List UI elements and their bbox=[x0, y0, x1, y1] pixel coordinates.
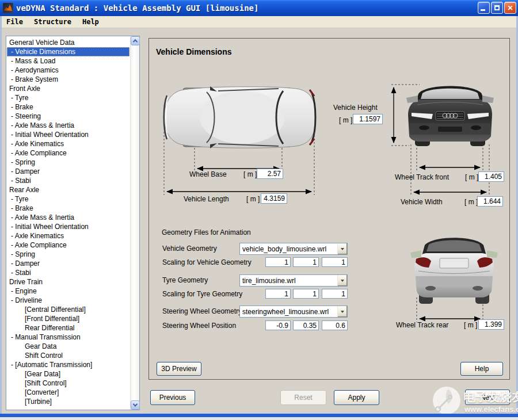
vehicle-geometry-dropdown[interactable]: vehicle_body_limousine.wrl bbox=[239, 243, 348, 255]
previous-button[interactable]: Previous bbox=[150, 390, 195, 405]
minimize-button[interactable] bbox=[478, 2, 490, 14]
list-item[interactable]: [Gear Data] bbox=[7, 369, 130, 379]
steering-position-label: Steering Wheel Position bbox=[162, 322, 236, 330]
tyre-geometry-dropdown[interactable]: tire_limousine.wrl bbox=[239, 274, 348, 287]
vehicle-scaling-x-input[interactable] bbox=[265, 257, 291, 267]
help-button[interactable]: Help bbox=[460, 362, 503, 376]
vehicle-scaling-y-input[interactable] bbox=[293, 257, 319, 267]
wheel-base-label: Wheel Base bbox=[189, 170, 227, 178]
maximize-icon bbox=[494, 5, 500, 10]
list-item[interactable]: - Initial Wheel Orientation bbox=[7, 222, 130, 231]
tyre-scaling-x-input[interactable] bbox=[265, 289, 291, 299]
preview-3d-button[interactable]: 3D Preview bbox=[157, 362, 201, 376]
vehicle-width-input[interactable] bbox=[477, 196, 503, 207]
list-item[interactable]: Front Axle bbox=[7, 84, 130, 93]
scrollbar[interactable] bbox=[130, 36, 139, 410]
wheel-track-front-input[interactable] bbox=[478, 171, 504, 182]
list-item[interactable]: - Steering bbox=[7, 112, 130, 121]
list-item[interactable]: - Aerodynamics bbox=[7, 66, 130, 75]
close-button[interactable]: ✕ bbox=[504, 2, 516, 14]
list-item[interactable]: Shift Control bbox=[7, 351, 130, 360]
list-item[interactable]: - Brake bbox=[7, 102, 130, 112]
list-item[interactable]: - Manual Transmission bbox=[7, 333, 130, 342]
list-item[interactable]: - Tyre bbox=[7, 194, 130, 204]
vehicle-height-label: Vehicle Height bbox=[333, 104, 378, 112]
menu-structure[interactable]: Structure bbox=[32, 17, 73, 26]
steering-position-z-input[interactable] bbox=[322, 320, 348, 330]
apply-button[interactable]: Apply bbox=[334, 390, 379, 405]
list-item[interactable]: - Vehicle Dimensions bbox=[7, 47, 130, 56]
scroll-up-button[interactable] bbox=[131, 36, 140, 45]
vehicle-geometry-value: vehicle_body_limousine.wrl bbox=[242, 245, 326, 253]
menu-bar: File Structure Help bbox=[0, 16, 518, 28]
menu-help[interactable]: Help bbox=[81, 17, 101, 26]
wheel-track-rear-label: Wheel Track rear bbox=[396, 321, 448, 329]
list-item[interactable]: - Stabi bbox=[7, 176, 130, 185]
steering-geometry-dropdown[interactable]: steeringwheel_limousine.wrl bbox=[239, 306, 348, 318]
list-item[interactable]: - Spring bbox=[7, 250, 130, 259]
list-item[interactable]: Rear Axle bbox=[7, 185, 130, 194]
list-item[interactable]: - Mass & Load bbox=[7, 56, 130, 66]
list-item[interactable]: - Engine bbox=[7, 287, 130, 296]
list-item[interactable]: - Axle Kinematics bbox=[7, 139, 130, 148]
vehicle-geometry-label: Vehicle Geometry bbox=[162, 245, 217, 253]
title-bar: veDYNA Standard : Vehicle Assembly GUI [… bbox=[0, 0, 518, 16]
list-item[interactable]: General Vehicle Data bbox=[7, 38, 130, 47]
list-item[interactable]: Drive Train bbox=[7, 277, 130, 287]
vehicle-geometry-dropdown-button[interactable] bbox=[337, 243, 347, 254]
next-button[interactable]: Next bbox=[465, 390, 510, 405]
list-item[interactable]: - Axle Compliance bbox=[7, 240, 130, 250]
tyre-scaling-y-input[interactable] bbox=[293, 289, 319, 299]
list-item[interactable]: - Stabi bbox=[7, 268, 130, 277]
list-item[interactable]: - Axle Mass & Inertia bbox=[7, 213, 130, 222]
steering-geometry-dropdown-button[interactable] bbox=[337, 306, 347, 317]
vehicle-length-label: Vehicle Length bbox=[184, 195, 229, 203]
list-item[interactable]: - Damper bbox=[7, 259, 130, 268]
list-item[interactable]: [Turbine] bbox=[7, 397, 130, 406]
list-item[interactable]: - Initial Wheel Orientation bbox=[7, 130, 130, 139]
wheel-track-front-unit: [ m ] bbox=[465, 173, 478, 181]
geometry-section-label: Geometry Files for Animation bbox=[162, 228, 251, 236]
menu-file[interactable]: File bbox=[5, 17, 25, 26]
list-item[interactable]: [Converter] bbox=[7, 388, 130, 397]
list-item[interactable]: - Axle Compliance bbox=[7, 148, 130, 158]
list-item[interactable]: - Driveline bbox=[7, 296, 130, 305]
wheel-base-unit: [ m ] bbox=[243, 170, 257, 178]
list-item[interactable]: [Shift Control] bbox=[7, 379, 130, 388]
list-item[interactable]: [Central Differential] bbox=[7, 305, 130, 314]
vehicle-height-input[interactable] bbox=[353, 114, 383, 124]
vehicle-dimensions-panel: Vehicle Dimensions bbox=[148, 38, 510, 380]
list-item[interactable]: - Axle Kinematics bbox=[7, 231, 130, 240]
vehicle-length-input[interactable] bbox=[261, 193, 287, 204]
vehicle-scaling-z-input[interactable] bbox=[322, 257, 348, 267]
list-item[interactable]: - Damper bbox=[7, 167, 130, 176]
steering-position-x-input[interactable] bbox=[265, 320, 291, 330]
list-item[interactable]: Rear Differential bbox=[7, 323, 130, 333]
app-window: veDYNA Standard : Vehicle Assembly GUI [… bbox=[0, 0, 518, 420]
list-item[interactable]: [Front Differential] bbox=[7, 314, 130, 323]
list-item[interactable]: - Brake bbox=[7, 204, 130, 213]
tyre-geometry-dropdown-button[interactable] bbox=[337, 275, 347, 286]
scroll-down-button[interactable] bbox=[131, 400, 140, 410]
window-title: veDYNA Standard : Vehicle Assembly GUI [… bbox=[16, 3, 258, 13]
chevron-down-icon bbox=[341, 280, 344, 282]
list-item[interactable]: - Brake System bbox=[7, 75, 130, 84]
reset-button[interactable]: Reset bbox=[280, 390, 326, 405]
list-item[interactable]: - Axle Mass & Inertia bbox=[7, 121, 130, 130]
window-border-left bbox=[0, 16, 2, 420]
watermark-logo-icon bbox=[431, 383, 463, 418]
tyre-scaling-label: Scaling for Tyre Geometry bbox=[162, 290, 242, 298]
steering-position-y-input[interactable] bbox=[293, 320, 319, 330]
sidebar-list: General Vehicle Data- Vehicle Dimensions… bbox=[7, 38, 130, 408]
tyre-geometry-value: tire_limousine.wrl bbox=[242, 277, 296, 285]
list-item[interactable]: - [Automatic Transmission] bbox=[7, 360, 130, 369]
list-item[interactable]: Gear Data bbox=[7, 342, 130, 351]
steering-geometry-label: Steering Wheel Geometry bbox=[162, 307, 242, 315]
wheel-track-rear-input[interactable] bbox=[478, 319, 504, 330]
maximize-button[interactable] bbox=[491, 2, 503, 14]
wheel-base-input[interactable] bbox=[257, 169, 283, 179]
tyre-scaling-z-input[interactable] bbox=[322, 289, 348, 299]
list-item[interactable]: - Tyre bbox=[7, 93, 130, 102]
list-item[interactable]: - Spring bbox=[7, 158, 130, 167]
close-icon: ✕ bbox=[507, 5, 513, 12]
